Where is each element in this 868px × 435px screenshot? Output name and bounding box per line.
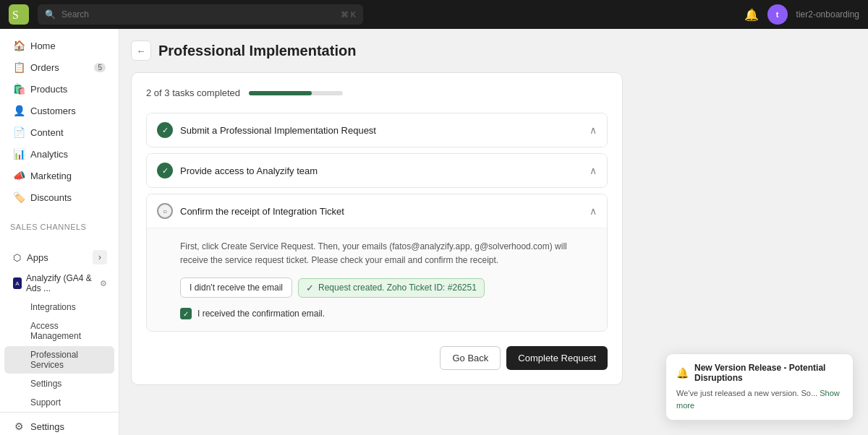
analyzify-gear-icon[interactable]: ⚙ — [100, 279, 107, 288]
sidebar-bottom: ⚙ Settings — [0, 412, 119, 435]
ticket-check-icon: ✓ — [306, 283, 314, 293]
marketing-icon: 📣 — [13, 170, 25, 181]
checkbox-label: I received the confirmation email. — [197, 309, 325, 319]
sidebar-item-customers[interactable]: 👤 Customers — [4, 100, 114, 121]
task-label-2: Provide access to Analyzify team — [180, 165, 590, 176]
sidebar-item-discounts[interactable]: 🏷️ Discounts — [4, 187, 114, 207]
sales-channels-label: Sales channels — [0, 220, 119, 234]
progress-text: 2 of 3 tasks completed — [146, 87, 240, 98]
sidebar-item-products[interactable]: 🛍️ Products — [4, 79, 114, 99]
home-icon: 🏠 — [13, 40, 25, 51]
shopify-logo[interactable]: S — [9, 4, 29, 25]
apps-icon: ⬡ — [13, 252, 21, 263]
avatar[interactable]: t — [767, 4, 788, 25]
sidebar-item-home[interactable]: 🏠 Home — [4, 35, 114, 56]
analyzify-label: Analyzify (GA4 & Ads ... — [26, 273, 95, 293]
apps-label: Apps — [27, 252, 48, 263]
toast-header: 🔔 New Version Release - Potential Disrup… — [676, 363, 843, 383]
progress-bar-fill — [249, 91, 312, 95]
search-shortcut: ⌘ K — [341, 10, 356, 20]
sidebar-item-apps[interactable]: ⬡ Apps › — [4, 246, 114, 268]
ticket-badge-label: Request created. Zoho Ticket ID: #26251 — [318, 283, 477, 293]
sidebar: 🏠 Home 📋 Orders 5 🛍️ Products 👤 Customer… — [0, 29, 119, 435]
sidebar-sub-professional-services[interactable]: Professional Services — [4, 346, 114, 374]
sidebar-item-content[interactable]: 📄 Content — [4, 122, 114, 142]
toast-notification: 🔔 New Version Release - Potential Disrup… — [665, 353, 854, 421]
task-header-3[interactable]: ○ Confirm the receipt of Integration Tic… — [147, 194, 607, 228]
sidebar-item-label: Content — [30, 127, 64, 138]
task-description: First, click Create Service Request. The… — [180, 240, 597, 267]
topbar-right: 🔔 t tier2-onboarding — [744, 4, 859, 25]
analyzify-icon: A — [13, 277, 22, 289]
sidebar-sub-support[interactable]: Support — [4, 394, 114, 411]
sidebar-item-analyzify[interactable]: A Analyzify (GA4 & Ads ... ⚙ — [4, 270, 114, 297]
search-icon: 🔍 — [45, 9, 56, 20]
sidebar-item-label: Customers — [30, 105, 76, 116]
checkbox-row: ✓ I received the confirmation email. — [180, 308, 597, 319]
svg-text:S: S — [12, 9, 19, 21]
back-icon: ← — [137, 46, 146, 56]
sidebar-sub-access-management[interactable]: Access Management — [4, 317, 114, 345]
topbar: S 🔍 ⌘ K 🔔 t tier2-onboarding — [0, 0, 868, 29]
back-button[interactable]: ← — [131, 40, 151, 61]
analytics-icon: 📊 — [13, 148, 25, 160]
toast-body-text: We've just released a new version. So... — [676, 389, 817, 397]
task-item-1: ✓ Submit a Professional Implementation R… — [146, 113, 608, 147]
discounts-icon: 🏷️ — [13, 191, 25, 203]
sidebar-item-label: Discounts — [30, 192, 72, 203]
task-chevron-1: ∧ — [590, 124, 597, 136]
customers-icon: 👤 — [13, 105, 25, 116]
apps-expand-button[interactable]: › — [93, 250, 107, 264]
orders-badge: 5 — [94, 63, 106, 72]
task-buttons: I didn't receive the email ✓ Request cre… — [180, 277, 597, 298]
sidebar-settings-label: Settings — [30, 421, 64, 432]
sidebar-sub-settings[interactable]: Settings — [4, 375, 114, 392]
task-item-3: ○ Confirm the receipt of Integration Tic… — [146, 194, 608, 332]
confirmation-checkbox[interactable]: ✓ — [180, 308, 192, 319]
bell-icon[interactable]: 🔔 — [744, 8, 759, 22]
user-label: tier2-onboarding — [796, 9, 859, 20]
page-title: Professional Implementation — [158, 43, 356, 59]
sidebar-item-settings[interactable]: ⚙ Settings — [4, 416, 114, 435]
task-body-3: First, click Create Service Request. The… — [147, 228, 607, 331]
task-check-2: ✓ — [157, 163, 173, 178]
settings-icon: ⚙ — [13, 421, 25, 432]
task-chevron-3: ∧ — [590, 205, 597, 217]
complete-request-button[interactable]: Complete Request — [506, 346, 608, 370]
sidebar-item-orders[interactable]: 📋 Orders 5 — [4, 57, 114, 77]
task-item-2: ✓ Provide access to Analyzify team ∧ — [146, 153, 608, 188]
ticket-badge: ✓ Request created. Zoho Ticket ID: #2625… — [298, 278, 485, 298]
orders-icon: 📋 — [13, 61, 25, 73]
search-input[interactable] — [61, 9, 335, 20]
search-bar[interactable]: 🔍 ⌘ K — [38, 4, 363, 25]
go-back-button[interactable]: Go Back — [440, 346, 501, 370]
task-label-3: Confirm the receipt of Integration Ticke… — [180, 206, 590, 217]
task-check-3: ○ — [157, 203, 173, 219]
apps-left: ⬡ Apps — [13, 252, 48, 263]
sidebar-item-label: Marketing — [30, 171, 72, 181]
toast-body: We've just released a new version. So...… — [676, 387, 843, 411]
sidebar-item-label: Products — [30, 84, 67, 95]
action-row: Go Back Complete Request — [146, 346, 608, 370]
sidebar-sub-integrations[interactable]: Integrations — [4, 298, 114, 316]
progress-section: 2 of 3 tasks completed — [146, 87, 608, 98]
didnt-receive-email-button[interactable]: I didn't receive the email — [180, 277, 292, 298]
sidebar-item-marketing[interactable]: 📣 Marketing — [4, 165, 114, 186]
task-header-2[interactable]: ✓ Provide access to Analyzify team ∧ — [147, 154, 607, 187]
task-check-1: ✓ — [157, 122, 173, 138]
toast-icon: 🔔 — [676, 367, 689, 379]
sidebar-item-analytics[interactable]: 📊 Analytics — [4, 144, 114, 164]
content-icon: 📄 — [13, 126, 25, 138]
products-icon: 🛍️ — [13, 83, 25, 95]
task-chevron-2: ∧ — [590, 165, 597, 176]
page-header: ← Professional Implementation — [131, 40, 856, 61]
toast-title: New Version Release - Potential Disrupti… — [694, 363, 843, 383]
sidebar-item-label: Analytics — [30, 149, 68, 160]
task-label-1: Submit a Professional Implementation Req… — [180, 125, 590, 136]
sidebar-item-label: Orders — [30, 62, 59, 73]
progress-bar-bg — [249, 91, 343, 95]
sidebar-item-label: Home — [30, 40, 56, 51]
main-card: 2 of 3 tasks completed ✓ Submit a Profes… — [131, 72, 623, 385]
task-header-1[interactable]: ✓ Submit a Professional Implementation R… — [147, 113, 607, 147]
